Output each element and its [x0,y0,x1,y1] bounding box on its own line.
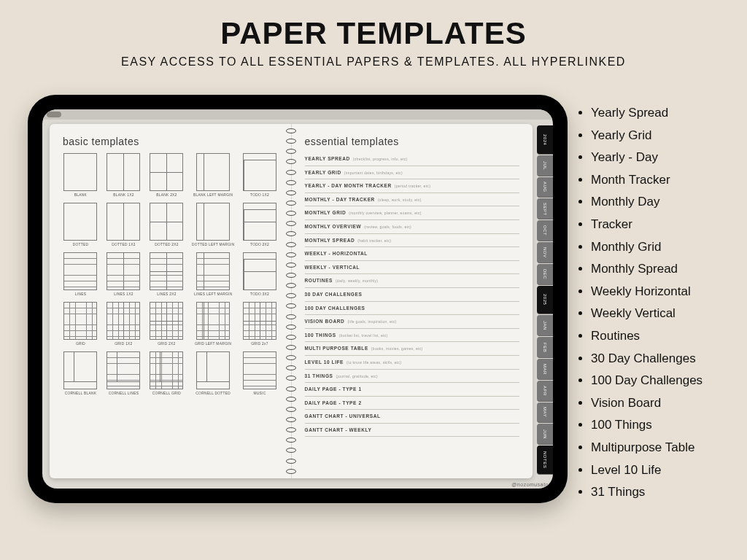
essential-template-link[interactable]: DAILY PAGE - TYPE 2 [305,397,520,409]
template-thumb[interactable]: CORNELL DOTTED [192,351,235,395]
essential-template-title: 100 DAY CHALLENGES [305,306,365,311]
essential-template-link[interactable]: 30 DAY CHALLENGES [305,289,520,300]
list-separator [305,355,520,356]
side-tab[interactable]: MAY [537,402,553,424]
author-watermark: @nozomusato [511,482,549,487]
template-thumb[interactable]: BLANK LEFT MARGIN [192,153,235,197]
tablet-screen: 2024JULAUGSEPTOCTNOVDEC2025JANFEBMARAPRM… [42,109,553,489]
side-tab[interactable]: FEB [537,337,553,358]
template-thumb[interactable]: GRID 2x7 [242,302,278,346]
essential-template-title: ROUTINES [305,278,333,283]
template-thumb[interactable]: DOTTED LEFT MARGIN [192,203,235,246]
template-thumb-preview [107,203,140,241]
template-thumb[interactable]: CORNELL GRID [149,351,185,395]
essential-template-link[interactable]: MULTI PURPOSE TABLE(books, movies, games… [305,343,520,354]
essential-template-link[interactable]: VISION BOARD(life goals, inspiration, et… [305,316,520,327]
template-thumb[interactable]: GRID 1X2 [106,302,142,346]
template-thumb[interactable]: LINES LEFT MARGIN [192,252,235,296]
essential-template-link[interactable]: MONTHLY OVERVIEW(review, goals, foods, e… [305,221,520,233]
essential-template-desc: (journal, gratitude, etc) [336,374,379,378]
list-separator [305,423,520,424]
side-tab[interactable]: APR [537,381,553,402]
side-tab[interactable]: JUN [537,424,553,445]
page-subtitle: EASY ACCESS TO ALL ESSENTIAL PAPERS & TE… [0,55,747,69]
template-thumb-preview [243,203,276,241]
template-thumb[interactable]: LINES 2X2 [149,252,185,296]
template-thumb-preview [196,351,230,389]
template-thumb[interactable]: BLANK [63,153,98,197]
list-separator [305,273,520,274]
essential-template-link[interactable]: LEVEL 10 LIFE(to know life areas, skills… [305,357,520,368]
essential-template-link[interactable]: WEEKLY - HORIZONTAL [305,248,520,260]
template-thumb[interactable]: CORNELL BLANK [63,351,98,395]
template-thumb[interactable]: DOTTED 1X2 [106,203,142,246]
template-thumb[interactable]: BLANK 1X2 [106,153,142,197]
template-thumb-label: BLANK 2X2 [156,193,177,197]
template-thumb-preview [150,203,183,241]
list-separator [305,301,520,302]
side-tab[interactable]: 2024 [537,125,553,155]
list-separator [305,382,520,383]
notebook-spread: basic templates BLANKBLANK 1X2BLANK 2X2B… [50,124,533,478]
side-tab[interactable]: AUG [537,177,553,198]
feature-bullet: Level 10 Life [591,459,737,482]
essential-template-title: VISION BOARD [305,319,345,324]
template-thumb[interactable]: LINES 1X2 [106,252,142,296]
template-thumb[interactable]: CORNELL LINES [106,351,142,395]
template-thumb-preview [243,302,276,340]
template-thumb[interactable]: BLANK 2X2 [149,153,185,197]
template-thumb-preview [150,302,183,340]
essential-template-link[interactable]: WEEKLY - VERTICAL [305,262,520,273]
side-tab[interactable]: MAR [537,359,553,380]
template-thumb[interactable]: TODO 3X2 [242,252,278,296]
side-tab[interactable]: NOTES [537,446,553,475]
template-thumb-label: DOTTED 2X2 [155,243,179,246]
template-thumb[interactable]: DOTTED [63,203,98,246]
essential-template-link[interactable]: MONTHLY GRID(monthly overview, planner, … [305,207,520,219]
template-thumb-preview [243,252,276,290]
essential-template-desc: (books, movies, games, etc) [371,346,423,351]
template-thumb[interactable]: TODO 2X2 [242,203,278,246]
template-thumb[interactable]: DOTTED 2X2 [149,203,185,246]
side-tab[interactable]: SEPT [537,198,553,219]
essential-template-link[interactable]: ROUTINES(daily, weekly, monthly) [305,275,520,287]
side-tab[interactable]: JAN [537,315,553,336]
essential-template-title: MULTI PURPOSE TABLE [305,346,368,351]
essential-template-link[interactable]: YEARLY GRID(important dates, birthdays, … [305,167,520,179]
essential-template-link[interactable]: YEARLY SPREAD(checklist, progress, info,… [305,153,520,165]
list-separator [305,369,520,370]
essential-template-desc: (habit tracker, etc) [357,238,391,243]
side-tab[interactable]: NOV [537,242,553,263]
template-thumb[interactable]: GRID 2X2 [149,302,185,346]
template-thumb[interactable]: GRID [63,302,98,346]
template-thumb-preview [107,153,140,191]
page-title: PAPER TEMPLATES [0,16,747,51]
side-tab[interactable]: 2025 [537,286,553,315]
essential-template-link[interactable]: MONTHLY - DAY TRACKER(sleep, work, study… [305,194,520,206]
essential-template-link[interactable]: 31 THINGS(journal, gratitude, etc) [305,370,520,382]
template-thumb-label: GRID 2X2 [158,342,175,346]
essential-template-link[interactable]: DAILY PAGE - TYPE 1 [305,384,520,395]
side-tab[interactable]: JUL [537,155,553,176]
feature-bullet: Multipurpose Table [591,437,737,459]
template-thumb[interactable]: TODO 1X2 [242,153,278,197]
essential-template-link[interactable]: MONTHLY SPREAD(habit tracker, etc) [305,235,520,246]
side-tab[interactable]: DEC [537,264,553,285]
right-page: essential templates YEARLY SPREAD(checkl… [291,124,533,478]
essential-template-link[interactable]: 100 THINGS(bucket list, travel list, etc… [305,330,520,341]
essential-template-link[interactable]: GANTT CHART - WEEKLY [305,424,520,436]
list-separator [305,396,520,397]
essential-template-link[interactable]: YEARLY - DAY MONTH TRACKER(period tracke… [305,180,520,192]
template-thumb[interactable]: MUSIC [242,351,278,395]
list-separator [305,409,520,410]
template-thumb[interactable]: LINES [63,252,98,296]
essential-template-link[interactable]: GANTT CHART - UNIVERSAL [305,411,520,422]
side-tab[interactable]: OCT [537,220,553,241]
template-thumb[interactable]: GRID LEFT MARGIN [192,302,235,346]
essential-template-list: YEARLY SPREAD(checklist, progress, info,… [305,153,520,437]
list-separator [305,233,520,234]
essential-template-link[interactable]: 100 DAY CHALLENGES [305,303,520,314]
feature-bullet: Monthly Day [591,191,737,214]
template-thumb-preview [107,302,140,340]
template-thumb-label: BLANK LEFT MARGIN [193,193,233,197]
